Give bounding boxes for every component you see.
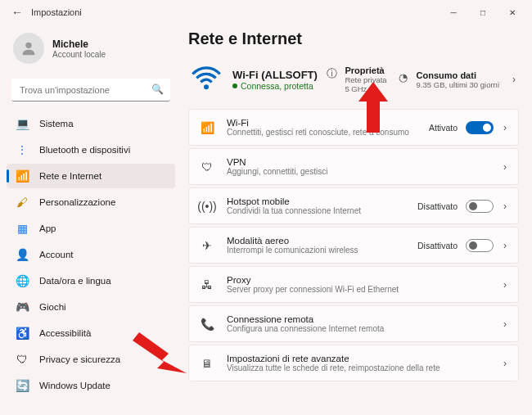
chevron-right-icon: › (502, 201, 508, 212)
nav-icon: ⋮ (15, 142, 29, 157)
svg-point-1 (204, 84, 209, 89)
card-hotspot-mobile[interactable]: ((•)) Hotspot mobile Condividi la tua co… (188, 187, 519, 224)
minimize-button[interactable]: ─ (439, 0, 468, 25)
nav-label: Personalizzazione (39, 197, 115, 207)
card-title: VPN (227, 157, 502, 167)
sidebar-item-personalizzazione[interactable]: 🖌 Personalizzazione (7, 190, 175, 214)
user-sub: Account locale (52, 50, 106, 59)
proxy-icon: 🖧 (199, 277, 215, 293)
card-sub: Aggiungi, connettiti, gestisci (227, 167, 502, 176)
search-input[interactable] (11, 79, 170, 101)
card-sub: Configura una connessione Internet remot… (227, 324, 502, 333)
card-sub: Connettiti, gestisci reti conosciute, re… (227, 128, 429, 137)
info-icon: ⓘ (327, 66, 340, 79)
card-vpn[interactable]: 🛡 VPN Aggiungi, connettiti, gestisci › (188, 148, 519, 185)
window-title: Impostazioni (31, 7, 82, 17)
chevron-right-icon[interactable]: › (511, 74, 517, 85)
card-title: Impostazioni di rete avanzate (227, 354, 502, 363)
toggle[interactable] (466, 200, 494, 213)
nav-label: Giochi (39, 302, 66, 312)
chevron-right-icon: › (502, 318, 508, 330)
close-button[interactable]: ✕ (498, 0, 527, 25)
card-sub: Condividi la tua connessione Internet (227, 206, 417, 215)
toggle[interactable] (466, 121, 494, 134)
avatar (13, 33, 44, 64)
sidebar-item-bluetooth-e-dispositivi[interactable]: ⋮ Bluetooth e dispositivi (7, 138, 175, 162)
sidebar-item-accessibilit-[interactable]: ♿ Accessibilità (7, 321, 175, 345)
nav-label: Bluetooth e dispositivi (39, 145, 130, 155)
back-button[interactable]: ← (11, 6, 23, 19)
card-connessione-remota[interactable]: 📞 Connessione remota Configura una conne… (188, 305, 519, 342)
card-title: Modalità aereo (227, 236, 417, 246)
nav-icon: 🔄 (15, 378, 29, 393)
user-name: Michele (52, 38, 106, 50)
network-hero: Wi-Fi (ALLSOFT) Connessa, protetta ⓘ Pro… (188, 60, 519, 109)
card-sub: Interrompi le comunicazioni wireless (227, 246, 417, 255)
nav-icon: 🎮 (15, 300, 29, 314)
sidebar-item-data-ora-e-lingua[interactable]: 🌐 Data/ora e lingua (7, 268, 175, 293)
sidebar-item-windows-update[interactable]: 🔄 Windows Update (7, 373, 175, 398)
card-impostazioni-di-rete-avanzate[interactable]: 🖥 Impostazioni di rete avanzate Visualiz… (188, 345, 519, 381)
toggle-state: Attivato (429, 123, 458, 133)
svg-point-0 (25, 43, 31, 48)
vpn-icon: 🛡 (199, 159, 215, 175)
sidebar-item-app[interactable]: ▦ App (7, 216, 175, 241)
nav-icon: ♿ (15, 326, 29, 341)
card-title: Hotspot mobile (227, 196, 417, 206)
properties-card[interactable]: ⓘ Proprietà Rete privata 5 GHz (327, 65, 386, 93)
card-title: Wi-Fi (227, 118, 429, 128)
user-block[interactable]: Michele Account locale (7, 29, 180, 74)
nav-icon: 💻 (15, 116, 29, 131)
nav-label: Accessibilità (39, 328, 91, 338)
adv-icon: 🖥 (199, 355, 215, 372)
chevron-right-icon: › (502, 358, 508, 369)
dialup-icon: 📞 (199, 316, 215, 332)
hotspot-icon: ((•)) (199, 198, 215, 214)
nav-icon: ▦ (15, 221, 29, 236)
toggle-state: Disattivato (417, 241, 458, 250)
sidebar-item-rete-e-internet[interactable]: 📶 Rete e Internet (7, 164, 175, 188)
sidebar-item-giochi[interactable]: 🎮 Giochi (7, 295, 175, 319)
card-wi-fi[interactable]: 📶 Wi-Fi Connettiti, gestisci reti conosc… (188, 109, 519, 146)
card-modalit-aereo[interactable]: ✈ Modalità aereo Interrompi le comunicaz… (188, 227, 519, 264)
data-usage-card[interactable]: ◔ Consumo dati 9.35 GB, ultimi 30 giorni (399, 70, 499, 89)
card-title: Connessione remota (227, 314, 502, 324)
card-title: Proxy (227, 275, 502, 285)
card-proxy[interactable]: 🖧 Proxy Server proxy per connessioni Wi-… (188, 266, 519, 303)
nav-label: Data/ora e lingua (39, 276, 111, 286)
toggle[interactable] (466, 239, 494, 252)
chevron-right-icon: › (502, 161, 508, 173)
sidebar-item-sistema[interactable]: 💻 Sistema (7, 111, 175, 136)
search-icon: 🔍 (151, 83, 164, 95)
nav-icon: 🖌 (15, 195, 29, 210)
nav-icon: 👤 (15, 247, 29, 262)
nav-icon: 📶 (15, 169, 29, 183)
nav-label: App (39, 223, 56, 233)
wifi-icon (190, 63, 223, 96)
chevron-right-icon: › (502, 122, 508, 133)
search-box[interactable]: 🔍 (11, 79, 170, 101)
nav-label: Windows Update (39, 381, 110, 390)
connection-status: Connessa, protetta (232, 81, 318, 91)
page-heading: Rete e Internet (188, 29, 519, 48)
nav-label: Account (39, 250, 74, 259)
nav-label: Rete e Internet (39, 171, 101, 181)
ssid: Wi-Fi (ALLSOFT) (232, 69, 318, 81)
chevron-right-icon: › (502, 240, 508, 251)
wifi-icon: 📶 (199, 120, 215, 136)
nav-icon: 🌐 (15, 273, 29, 288)
card-sub: Server proxy per connessioni Wi-Fi ed Et… (227, 285, 502, 294)
maximize-button[interactable]: □ (468, 0, 498, 25)
nav-label: Privacy e sicurezza (39, 354, 120, 364)
data-icon: ◔ (399, 71, 412, 84)
toggle-state: Disattivato (417, 201, 458, 211)
airplane-icon: ✈ (199, 237, 215, 254)
sidebar-item-account[interactable]: 👤 Account (7, 242, 175, 267)
card-sub: Visualizza tutte le schede di rete, reim… (227, 363, 502, 372)
nav-label: Sistema (39, 119, 74, 129)
chevron-right-icon: › (502, 279, 508, 291)
sidebar-item-privacy-e-sicurezza[interactable]: 🛡 Privacy e sicurezza (7, 347, 175, 372)
nav-icon: 🛡 (15, 352, 29, 367)
